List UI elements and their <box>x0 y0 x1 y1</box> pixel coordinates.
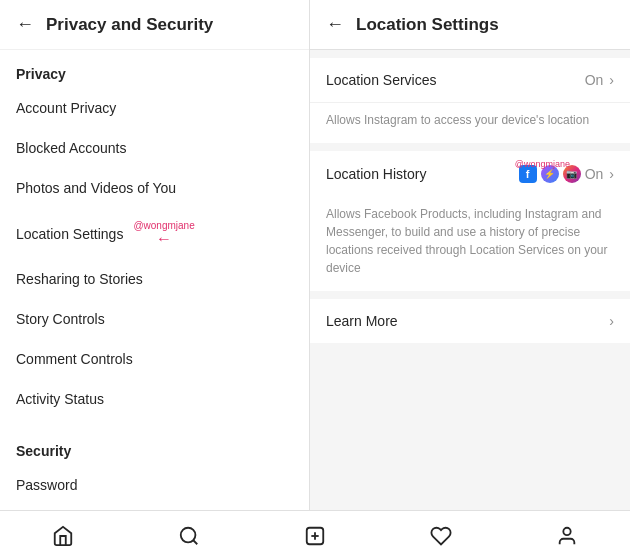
home-icon <box>52 525 74 547</box>
menu-item-two-factor[interactable]: Two-Factor Authentication <box>0 505 309 510</box>
menu-item-story-controls[interactable]: Story Controls <box>0 299 309 339</box>
location-history-card: @wongmjane Location History f ⚡ 📷 On › A… <box>310 151 630 291</box>
location-history-title: Location History <box>326 166 519 182</box>
menu-item-label: Location Settings <box>16 226 123 242</box>
location-services-description: Allows Instagram to access your device's… <box>310 103 630 143</box>
nav-add[interactable] <box>293 514 337 558</box>
menu-item-label: Password <box>16 477 77 493</box>
menu-item-resharing-stories[interactable]: Resharing to Stories <box>0 259 309 299</box>
back-arrow-right[interactable]: ← <box>326 14 344 35</box>
location-history-status: On <box>585 166 604 182</box>
left-panel: ← Privacy and Security Privacy Account P… <box>0 0 310 510</box>
menu-item-activity-status[interactable]: Activity Status <box>0 379 309 419</box>
chevron-right-icon: › <box>609 72 614 88</box>
menu-item-label: Photos and Videos of You <box>16 180 176 196</box>
learn-more-card: Learn More › <box>310 299 630 343</box>
svg-line-1 <box>193 540 197 544</box>
learn-more-row[interactable]: Learn More › <box>310 299 630 343</box>
location-history-top: @wongmjane Location History f ⚡ 📷 On › <box>310 151 630 197</box>
location-history-row[interactable]: Location History f ⚡ 📷 On › <box>310 151 630 197</box>
location-services-row[interactable]: Location Services On › <box>310 58 630 103</box>
menu-item-label: Story Controls <box>16 311 105 327</box>
learn-more-title: Learn More <box>326 313 609 329</box>
right-header: ← Location Settings <box>310 0 630 50</box>
bottom-navigation <box>0 510 630 560</box>
right-panel-title: Location Settings <box>356 15 499 35</box>
menu-item-photos-videos[interactable]: Photos and Videos of You <box>0 168 309 208</box>
right-panel: ← Location Settings Location Services On… <box>310 0 630 510</box>
back-arrow-left[interactable]: ← <box>16 14 34 35</box>
menu-item-label: Resharing to Stories <box>16 271 143 287</box>
menu-item-account-privacy[interactable]: Account Privacy <box>0 88 309 128</box>
nav-heart[interactable] <box>419 514 463 558</box>
right-content: Location Services On › Allows Instagram … <box>310 50 630 510</box>
search-icon <box>178 525 200 547</box>
svg-point-0 <box>181 527 196 542</box>
menu-item-blocked-accounts[interactable]: Blocked Accounts <box>0 128 309 168</box>
profile-icon <box>556 525 578 547</box>
menu-item-label: Comment Controls <box>16 351 133 367</box>
location-history-annotation: @wongmjane <box>515 159 570 169</box>
location-services-title: Location Services <box>326 72 585 88</box>
heart-icon <box>430 525 452 547</box>
location-services-card: Location Services On › Allows Instagram … <box>310 58 630 143</box>
section-label-security: Security <box>0 427 309 465</box>
svg-point-5 <box>563 527 570 534</box>
menu-item-comment-controls[interactable]: Comment Controls <box>0 339 309 379</box>
menu-item-label: Blocked Accounts <box>16 140 127 156</box>
nav-profile[interactable] <box>545 514 589 558</box>
menu-item-location-settings[interactable]: Location Settings @wongmjane ← <box>0 208 309 259</box>
section-label-privacy: Privacy <box>0 50 309 88</box>
left-header: ← Privacy and Security <box>0 0 309 50</box>
location-history-description: Allows Facebook Products, including Inst… <box>310 197 630 291</box>
chevron-right-icon-3: › <box>609 313 614 329</box>
chevron-right-icon-2: › <box>609 166 614 182</box>
menu-item-label: Activity Status <box>16 391 104 407</box>
nav-home[interactable] <box>41 514 85 558</box>
annotation-arrow-icon: ← <box>156 231 172 247</box>
location-services-status: On <box>585 72 604 88</box>
nav-search[interactable] <box>167 514 211 558</box>
left-panel-title: Privacy and Security <box>46 15 213 35</box>
add-icon <box>304 525 326 547</box>
menu-item-label: Account Privacy <box>16 100 116 116</box>
menu-item-password[interactable]: Password <box>0 465 309 505</box>
